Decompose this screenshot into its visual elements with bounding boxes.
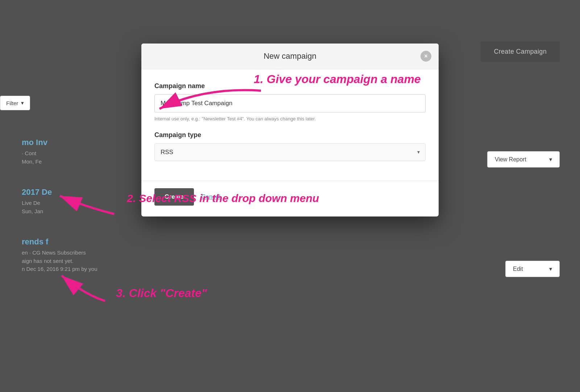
modal-backdrop: New campaign × Campaign name Internal us… [0, 0, 580, 392]
campaign-name-hint: Internal use only, e.g.: "Newsletter Tes… [154, 115, 426, 123]
modal-header: New campaign × [141, 44, 439, 69]
modal-footer: Create Cancel [141, 181, 439, 216]
modal-close-button[interactable]: × [420, 51, 431, 62]
campaign-type-label: Campaign type [154, 131, 426, 139]
new-campaign-modal: New campaign × Campaign name Internal us… [141, 44, 439, 216]
cancel-button[interactable]: Cancel [201, 193, 220, 201]
campaign-name-input[interactable] [154, 94, 426, 112]
modal-body: Campaign name Internal use only, e.g.: "… [141, 69, 439, 181]
campaign-type-select[interactable]: Regular Automated Plain-Text RSS A/B Tes… [154, 143, 426, 161]
campaign-type-group: Campaign type Regular Automated Plain-Te… [154, 131, 426, 161]
campaign-name-label: Campaign name [154, 82, 426, 90]
modal-title: New campaign [264, 51, 316, 61]
create-button[interactable]: Create [154, 188, 194, 206]
campaign-type-select-wrapper: Regular Automated Plain-Text RSS A/B Tes… [154, 143, 426, 161]
campaign-name-group: Campaign name Internal use only, e.g.: "… [154, 82, 426, 123]
